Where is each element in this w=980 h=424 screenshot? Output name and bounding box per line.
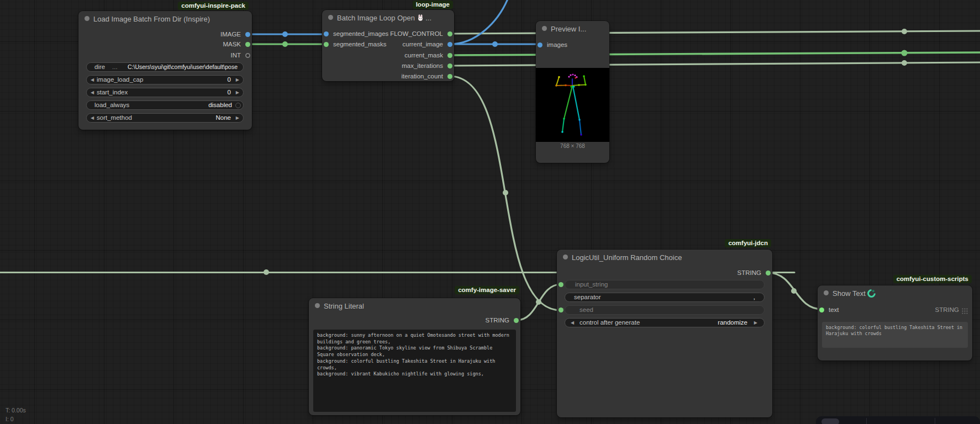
node-partial-bottom[interactable] <box>816 416 980 424</box>
node-load-image-batch[interactable]: Load Image Batch From Dir (Inspire) IMAG… <box>78 11 252 130</box>
increment-arrow-icon[interactable]: ▶ <box>236 76 239 84</box>
badge-inspire-pack: comfyui-inspire-pack <box>178 2 249 10</box>
output-label-int: INT <box>230 51 241 60</box>
link-dot <box>282 31 288 37</box>
widget-start-index[interactable]: ◀ start_index 0 ▶ <box>86 88 244 97</box>
widget-value: 0 <box>228 88 231 97</box>
input-port-seed[interactable] <box>559 308 563 312</box>
node-status-dot <box>85 16 89 21</box>
node-string-literal[interactable]: String Literal STRING background: sunny … <box>309 298 520 415</box>
node-title: Batch Image Loop Open ... <box>337 14 431 22</box>
link-dot <box>791 288 797 294</box>
output-port-current-mask[interactable] <box>447 53 452 58</box>
widget-name: control after generate <box>579 319 640 327</box>
node-collapse-pill <box>821 418 839 424</box>
node-graph-canvas[interactable]: comfyui-inspire-pack loop-image comfyui-… <box>0 0 980 424</box>
show-text-output: background: colorful bustling Takeshita … <box>822 322 968 348</box>
divider <box>866 418 867 424</box>
input-port-images[interactable] <box>538 43 542 47</box>
node-status-dot <box>542 26 547 31</box>
node-batch-image-loop[interactable]: Batch Image Loop Open ... segmented_imag… <box>322 10 454 81</box>
node-title: Load Image Batch From Dir (Inspire) <box>93 15 210 23</box>
node-logicutil-random-choice[interactable]: LogicUtil_Uniform Random Choice STRING i… <box>557 250 772 417</box>
widget-directory[interactable]: dire ... C:\Users\syui\git\comfyui\user\… <box>86 62 244 72</box>
node-title: LogicUtil_Uniform Random Choice <box>572 253 682 262</box>
grid-icon <box>962 308 968 314</box>
decrement-arrow-icon[interactable]: ◀ <box>571 319 574 327</box>
input-label-segmented-masks: segmented_masks <box>333 40 387 49</box>
input-label-segmented-images: segmented_images <box>333 29 388 38</box>
link-dot <box>536 299 541 305</box>
output-port-image[interactable] <box>245 32 250 37</box>
widget-value: disabled <box>208 101 232 109</box>
widget-name: separator <box>574 293 601 301</box>
widget-seed: seed <box>565 305 765 315</box>
widget-load-always[interactable]: load_always disabled <box>86 100 244 110</box>
widget-value: randomize <box>718 319 747 327</box>
link-dot <box>902 29 907 34</box>
node-status-dot <box>824 290 829 295</box>
toggle-off-icon[interactable] <box>235 103 241 108</box>
widget-ellipsis: ... <box>112 63 118 71</box>
output-label-flow-control: FLOW_CONTROL <box>390 29 443 38</box>
input-port-input-string[interactable] <box>559 282 563 287</box>
node-title: String Literal <box>324 302 364 310</box>
widget-image-load-cap[interactable]: ◀ image_load_cap 0 ▶ <box>86 75 244 84</box>
widget-value: C:\Users\syui\git\comfyui\user\default\p… <box>128 63 238 71</box>
link-current-mask <box>450 52 980 55</box>
output-label-current-mask: current_mask <box>404 51 443 60</box>
input-label-images: images <box>547 40 567 49</box>
output-label-string: STRING <box>935 305 959 314</box>
input-port-segmented-images[interactable] <box>324 31 329 36</box>
decrement-arrow-icon[interactable]: ◀ <box>91 76 94 84</box>
decrement-arrow-icon[interactable]: ◀ <box>91 88 94 97</box>
divider <box>935 418 935 424</box>
widget-value: , <box>754 293 755 301</box>
output-port-flow-control[interactable] <box>447 31 452 36</box>
link-current-image-up <box>450 0 508 44</box>
widget-name: start_index <box>97 88 128 97</box>
widget-value: 0 <box>228 76 231 84</box>
widget-name: load_always <box>94 101 129 109</box>
link-dot <box>492 41 498 47</box>
output-port-int[interactable] <box>245 53 250 58</box>
widget-name: image_load_cap <box>97 76 143 84</box>
increment-arrow-icon[interactable]: ▶ <box>236 114 239 122</box>
link-dot <box>902 50 908 56</box>
output-port-iteration-count[interactable] <box>447 74 452 79</box>
widget-sort-method[interactable]: ◀ sort_method None ▶ <box>86 113 244 123</box>
input-port-text[interactable] <box>819 308 824 312</box>
widget-separator[interactable]: separator , <box>565 293 765 302</box>
output-label-string: STRING <box>486 316 509 325</box>
decrement-arrow-icon[interactable]: ◀ <box>91 114 94 122</box>
badge-comfyui-jdcn: comfyui-jdcn <box>725 239 771 247</box>
increment-arrow-icon[interactable]: ▶ <box>236 88 239 97</box>
link-flow-control <box>450 31 980 34</box>
output-label-current-image: current_image <box>402 40 443 49</box>
output-port-max-iterations[interactable] <box>447 63 452 68</box>
output-label-string: STRING <box>737 268 761 277</box>
output-port-current-image[interactable] <box>447 42 452 47</box>
output-label-mask: MASK <box>223 40 241 49</box>
input-port-segmented-masks[interactable] <box>324 42 329 47</box>
openpose-skeleton <box>536 68 609 142</box>
output-port-string[interactable] <box>514 318 519 323</box>
link-dot <box>264 269 269 275</box>
node-show-text[interactable]: Show Text text STRING background: colorf… <box>818 285 972 361</box>
widget-name: input_string <box>575 280 608 289</box>
output-label-image: IMAGE <box>220 30 241 39</box>
widget-control-after-generate[interactable]: ◀ control after generate randomize ▶ <box>565 318 765 327</box>
widget-value: None <box>216 114 231 122</box>
input-label-text: text <box>829 305 839 314</box>
widget-name: seed <box>579 306 593 314</box>
node-preview-image[interactable]: Preview I... images <box>536 21 609 163</box>
node-title: Show Text <box>833 289 876 298</box>
link-dot <box>282 41 288 47</box>
increment-arrow-icon[interactable]: ▶ <box>754 319 757 327</box>
widget-name: sort_method <box>97 114 132 122</box>
widget-name: dire <box>94 63 105 71</box>
output-port-mask[interactable] <box>245 42 250 47</box>
string-literal-textarea[interactable]: background: sunny afternoon on a quiet O… <box>313 330 516 412</box>
node-title: Preview I... <box>551 25 586 33</box>
output-port-string[interactable] <box>766 271 771 275</box>
